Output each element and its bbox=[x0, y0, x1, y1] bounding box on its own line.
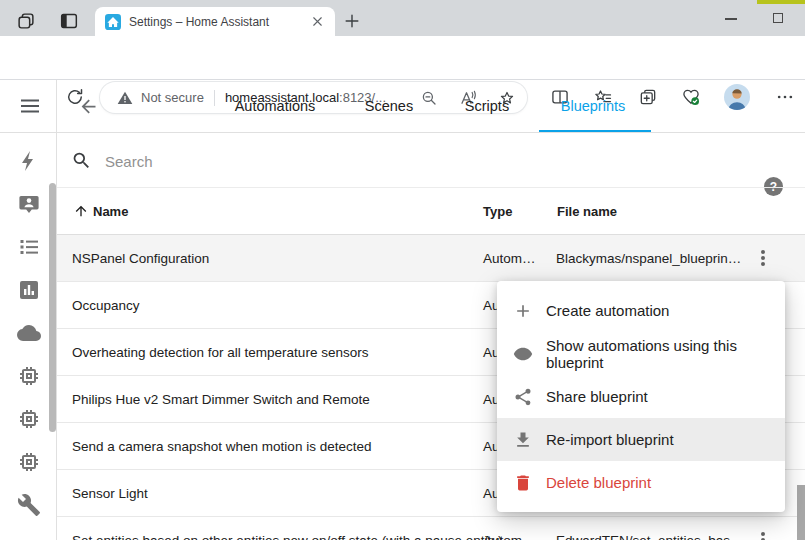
row-overflow-menu-icon[interactable] bbox=[751, 528, 775, 540]
table-header: Name Type File name bbox=[57, 188, 805, 235]
tab-blueprints[interactable]: Blueprints bbox=[561, 98, 625, 114]
window-minimize-icon[interactable] bbox=[725, 18, 737, 20]
window-maximize-icon[interactable] bbox=[773, 13, 783, 23]
sidebar-item-todo-lists[interactable] bbox=[17, 235, 41, 259]
browser-toolbar: Not secure homeassistant.local :8123/... bbox=[0, 36, 805, 80]
sidebar-item-developer-tools[interactable] bbox=[17, 493, 41, 517]
column-header-type[interactable]: Type bbox=[483, 204, 512, 219]
ha-header: Automations Scenes Scripts Blueprints ? bbox=[0, 80, 805, 133]
menu-item-delete-blueprint[interactable]: Delete blueprint bbox=[497, 461, 785, 504]
new-tab-icon[interactable] bbox=[342, 11, 364, 33]
ha-back-icon[interactable] bbox=[78, 96, 99, 117]
browser-tabstrip: Settings – Home Assistant bbox=[0, 0, 805, 36]
tab-scenes[interactable]: Scenes bbox=[365, 98, 413, 114]
search-input[interactable] bbox=[103, 133, 707, 189]
tab-scripts[interactable]: Scripts bbox=[465, 98, 509, 114]
sidebar-item-dashboards[interactable] bbox=[17, 278, 41, 302]
share-icon bbox=[513, 387, 533, 407]
menu-item-reimport-blueprint[interactable]: Re-import blueprint bbox=[497, 418, 785, 461]
table-row-nspanel[interactable]: NSPanel Configuration Autom… Blackymas/n… bbox=[57, 235, 805, 282]
sort-arrow-icon bbox=[73, 203, 89, 219]
trash-icon bbox=[513, 473, 533, 493]
screen-edge-indicator bbox=[757, 0, 805, 4]
sidebar-item-integration-3[interactable] bbox=[17, 450, 41, 474]
download-icon bbox=[513, 430, 533, 450]
tab-close-icon[interactable] bbox=[310, 14, 325, 29]
menu-item-share-blueprint[interactable]: Share blueprint bbox=[497, 375, 785, 418]
table-row-set-entities[interactable]: Set entities based on other entities new… bbox=[57, 517, 805, 540]
vertical-tabs-icon[interactable] bbox=[58, 10, 80, 32]
page-scrollbar[interactable] bbox=[797, 485, 805, 540]
plus-icon bbox=[513, 301, 533, 321]
sidebar-item-integration-2[interactable] bbox=[17, 407, 41, 431]
tab-automations[interactable]: Automations bbox=[235, 98, 316, 114]
home-assistant-favicon bbox=[105, 14, 121, 30]
browser-window: Settings – Home Assistant Not secure hom… bbox=[0, 0, 805, 540]
workspaces-icon[interactable] bbox=[15, 10, 37, 32]
menu-item-create-automation[interactable]: Create automation bbox=[497, 289, 785, 332]
active-tab-underline bbox=[539, 130, 651, 132]
content-scrollbar[interactable] bbox=[49, 183, 56, 432]
sidebar-item-energy[interactable] bbox=[17, 149, 41, 173]
tab-title: Settings – Home Assistant bbox=[129, 15, 310, 29]
sidebar-item-voice-assistants[interactable] bbox=[17, 192, 41, 216]
eye-icon bbox=[513, 344, 533, 364]
search-icon bbox=[71, 150, 92, 171]
sidebar-item-cloud[interactable] bbox=[17, 321, 41, 345]
sidebar-item-integration-1[interactable] bbox=[17, 364, 41, 388]
column-header-name[interactable]: Name bbox=[93, 204, 128, 219]
column-header-file[interactable]: File name bbox=[557, 204, 617, 219]
menu-item-show-automations[interactable]: Show automations using this blueprint bbox=[497, 332, 785, 375]
row-overflow-menu-icon[interactable] bbox=[751, 246, 775, 270]
blueprint-context-menu: Create automation Show automations using… bbox=[497, 281, 785, 512]
browser-tab[interactable]: Settings – Home Assistant bbox=[95, 7, 335, 36]
search-row bbox=[57, 133, 805, 188]
